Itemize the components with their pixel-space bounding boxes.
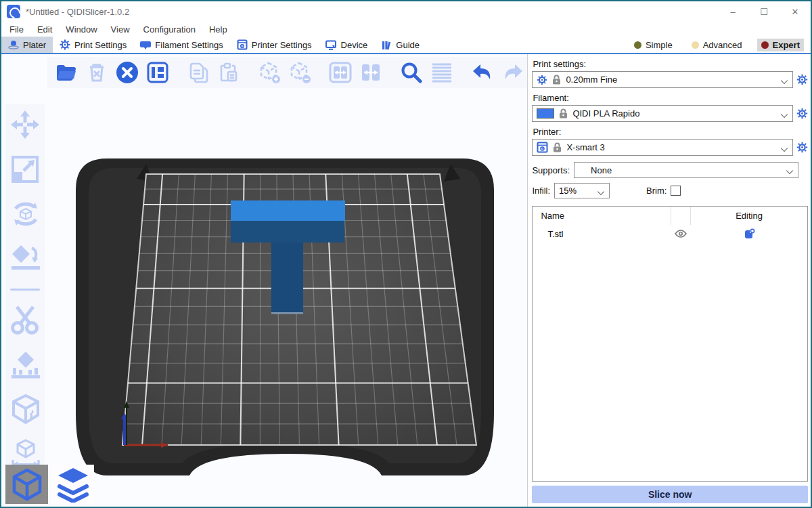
cut-tool[interactable]	[10, 305, 40, 335]
chevron-down-icon	[787, 168, 794, 172]
tab-device[interactable]: Device	[319, 37, 375, 53]
copy-icon	[188, 62, 208, 83]
menu-view[interactable]: View	[104, 24, 137, 35]
menubar: File Edit Window View Configuration Help	[1, 22, 811, 37]
seam-tool[interactable]	[10, 395, 40, 425]
advanced-dot-icon	[692, 41, 699, 49]
filament-combo[interactable]: QIDI PLA Rapido	[532, 105, 793, 122]
paste-icon	[219, 62, 239, 83]
menu-configuration[interactable]: Configuration	[137, 24, 202, 35]
search-icon	[401, 62, 422, 83]
menu-edit[interactable]: Edit	[30, 24, 59, 35]
supports-value: None	[579, 165, 782, 175]
toolbar-separator	[10, 289, 40, 291]
scale-icon	[10, 154, 40, 184]
object-list: Name Editing T.stl	[532, 206, 808, 482]
copy-button[interactable]	[186, 60, 210, 85]
infill-value: 15%	[559, 186, 595, 196]
rotate-tool[interactable]	[10, 199, 40, 229]
infill-combo[interactable]: 15%	[554, 183, 610, 198]
print-settings-gear-button[interactable]	[796, 74, 808, 86]
menu-file[interactable]: File	[3, 24, 30, 35]
place-on-face-tool[interactable]	[10, 244, 40, 274]
menu-window[interactable]: Window	[59, 24, 104, 35]
move-tool[interactable]	[10, 110, 40, 140]
redo-arrow-icon	[501, 62, 524, 83]
printer-icon	[537, 142, 548, 153]
paint-supports-tool[interactable]	[10, 350, 40, 380]
3d-viewport[interactable]	[1, 54, 527, 507]
close-button[interactable]: ✕	[780, 1, 811, 22]
undo-arrow-icon	[471, 62, 494, 83]
lock-icon	[552, 75, 561, 85]
visibility-toggle[interactable]	[671, 225, 691, 242]
move-icon	[10, 110, 40, 140]
add-instance-button[interactable]	[257, 60, 281, 85]
infill-label: Infill:	[532, 186, 550, 196]
minimize-button[interactable]: –	[717, 1, 748, 22]
maximize-button[interactable]: ☐	[748, 1, 780, 22]
split-objects-button[interactable]	[328, 60, 353, 85]
delete-button[interactable]	[85, 60, 109, 85]
redo-button[interactable]	[501, 60, 525, 85]
build-plate-scene	[1, 54, 527, 507]
preview-view-button[interactable]	[51, 465, 94, 504]
search-button[interactable]	[399, 60, 424, 85]
trash-icon	[87, 62, 106, 83]
brim-checkbox[interactable]	[671, 186, 681, 196]
split-parts-icon	[359, 61, 382, 84]
gear-icon	[796, 74, 808, 85]
tab-filament-settings[interactable]: Filament Settings	[133, 37, 229, 53]
remove-instance-button[interactable]	[288, 60, 312, 85]
menu-help[interactable]: Help	[202, 24, 234, 35]
undo-button[interactable]	[470, 60, 495, 85]
paste-button[interactable]	[217, 60, 241, 85]
guide-books-icon	[381, 40, 392, 50]
chevron-down-icon	[782, 78, 788, 82]
printer-gear-button[interactable]	[796, 142, 808, 154]
chevron-down-icon	[598, 189, 605, 193]
object-row[interactable]: T.stl	[533, 225, 807, 242]
lock-icon	[553, 142, 562, 152]
3d-cube-icon	[10, 467, 44, 501]
filament-gear-button[interactable]	[796, 108, 808, 120]
titlebar: *Untitled - QIDISlicer-1.0.2 – ☐ ✕	[1, 1, 811, 22]
tab-printer-settings[interactable]: Printer Settings	[230, 37, 319, 53]
device-monitor-icon	[325, 40, 337, 50]
tab-guide[interactable]: Guide	[374, 37, 426, 53]
editing-column-header: Editing	[691, 211, 807, 221]
scale-tool[interactable]	[10, 154, 40, 184]
remove-instance-icon	[288, 61, 311, 84]
editing-button[interactable]	[691, 228, 807, 240]
object-name: T.stl	[533, 229, 671, 239]
gear-icon	[60, 39, 70, 50]
editing-icon	[744, 228, 755, 240]
add-instance-icon	[258, 61, 281, 84]
arrange-button[interactable]	[145, 60, 170, 85]
mode-switcher: Simple Advanced Expert	[630, 39, 811, 51]
open-project-button[interactable]	[54, 60, 78, 85]
supports-label: Supports:	[532, 165, 570, 175]
delete-all-button[interactable]	[115, 60, 139, 85]
split-parts-button[interactable]	[359, 60, 383, 85]
slice-now-button[interactable]: Slice now	[532, 486, 808, 503]
tab-print-settings[interactable]: Print Settings	[53, 37, 133, 53]
chevron-down-icon	[782, 112, 788, 116]
supports-combo[interactable]: None	[574, 162, 798, 178]
mode-expert[interactable]: Expert	[757, 39, 804, 51]
mode-simple[interactable]: Simple	[630, 39, 677, 51]
rotate-icon	[10, 199, 40, 229]
settings-sidebar: Print settings: 0.20mm Fine Filament: QI…	[527, 54, 811, 507]
view-toggle	[5, 465, 94, 504]
split-objects-icon	[329, 61, 352, 84]
print-settings-combo[interactable]: 0.20mm Fine	[532, 71, 793, 88]
tab-plater[interactable]: Plater	[1, 37, 53, 53]
scissors-icon	[10, 305, 40, 335]
printer-combo[interactable]: X-smart 3	[532, 139, 793, 156]
printer-label: Printer:	[533, 127, 808, 137]
filament-color-swatch	[537, 108, 554, 119]
editor-view-button[interactable]	[5, 465, 48, 504]
mode-advanced[interactable]: Advanced	[687, 39, 746, 51]
brim-label: Brim:	[646, 186, 667, 196]
variable-layer-height-button[interactable]	[430, 60, 454, 85]
